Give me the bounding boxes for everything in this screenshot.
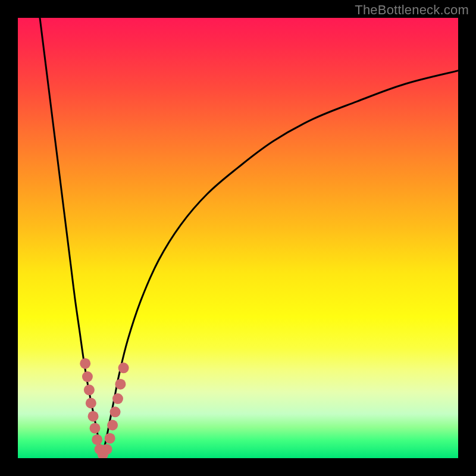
- highlight-dot: [88, 411, 99, 422]
- highlight-dot: [101, 444, 112, 455]
- plot-area: [18, 18, 458, 458]
- highlight-dot: [84, 384, 95, 395]
- highlight-dot: [86, 398, 96, 409]
- bottleneck-curve: [40, 18, 458, 458]
- highlight-dot: [105, 433, 115, 444]
- highlight-dot: [112, 393, 123, 404]
- highlight-dot: [118, 362, 129, 373]
- highlight-dot: [92, 434, 102, 445]
- highlight-dot: [82, 371, 93, 382]
- highlight-dot: [90, 423, 101, 434]
- curve-layer: [18, 18, 458, 458]
- highlight-dots: [80, 358, 129, 458]
- highlight-dot: [110, 406, 121, 417]
- highlight-dot: [107, 420, 118, 431]
- highlight-dot: [80, 358, 90, 369]
- highlight-dot: [115, 379, 126, 390]
- curve-right-branch: [102, 71, 458, 458]
- watermark-text: TheBottleneck.com: [355, 2, 469, 18]
- chart-frame: TheBottleneck.com: [0, 0, 476, 476]
